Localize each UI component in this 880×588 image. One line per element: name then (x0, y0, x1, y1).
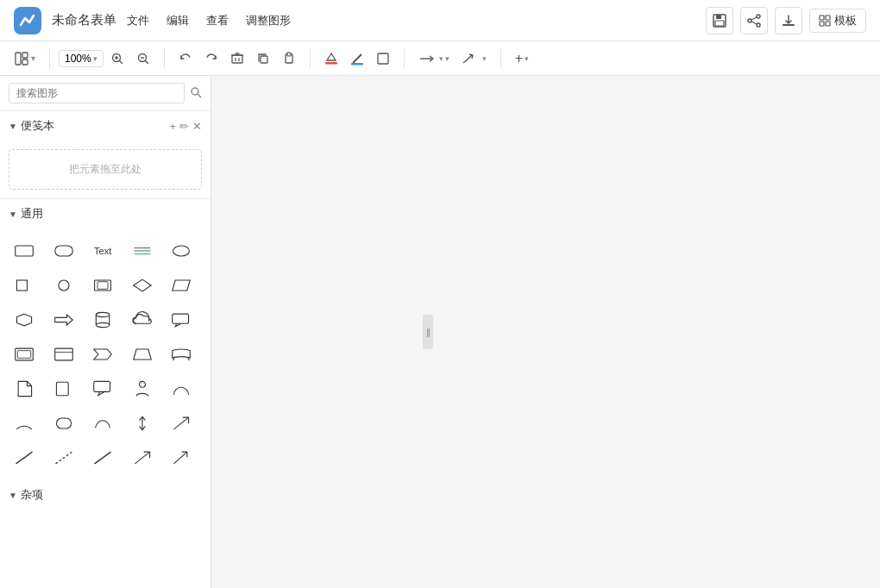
shape-rect-rounded-lg[interactable] (48, 235, 79, 266)
menu-edit[interactable]: 编辑 (167, 9, 189, 32)
shape-parallelogram[interactable] (166, 270, 197, 301)
general-section-header[interactable]: ▼ 通用 (0, 199, 211, 228)
notepad-edit-button[interactable]: ✏ (179, 120, 189, 133)
shape-doc[interactable] (9, 373, 40, 404)
shape-callout-speech[interactable] (166, 304, 197, 335)
shape-rect-note[interactable] (48, 373, 79, 404)
menu-view[interactable]: 查看 (206, 9, 229, 32)
shape-square[interactable] (9, 270, 40, 301)
connector-group: ▾ ▾ ▾ (413, 47, 492, 71)
line-color-button[interactable] (345, 47, 369, 71)
shape-line-dashed[interactable] (48, 442, 79, 473)
shape-line-diag2[interactable] (127, 442, 158, 473)
shape-lines[interactable] (127, 235, 158, 266)
svg-rect-44 (16, 280, 27, 291)
svg-line-72 (135, 452, 149, 464)
misc-chevron-icon: ▼ (9, 491, 17, 500)
search-bar (0, 76, 211, 111)
svg-rect-47 (97, 282, 108, 290)
sidebar: ▼ 便笺本 + ✏ ✕ 把元素拖至此处 ▼ 通用 (0, 76, 211, 588)
svg-rect-9 (820, 16, 824, 20)
shape-person[interactable] (127, 373, 158, 404)
format-group (319, 47, 395, 71)
copy-button[interactable] (251, 47, 275, 71)
app-icon (14, 7, 41, 34)
svg-rect-57 (16, 348, 34, 360)
svg-point-3 (757, 15, 760, 18)
save-button[interactable] (706, 7, 733, 34)
shape-rect-round2[interactable] (48, 408, 79, 439)
svg-rect-64 (94, 381, 110, 391)
shape-arrow-double[interactable] (127, 408, 158, 439)
shape-arrow-right[interactable] (48, 304, 79, 335)
shape-trapezoid[interactable] (127, 339, 158, 370)
notepad-label: 便笺本 (21, 118, 54, 134)
sep1 (49, 48, 50, 69)
svg-rect-11 (820, 22, 824, 26)
notepad-drop-zone[interactable]: 把元素拖至此处 (9, 149, 202, 190)
titlebar-right: 模板 (706, 7, 866, 34)
fill-color-button[interactable] (319, 47, 343, 71)
general-title: ▼ 通用 (9, 206, 43, 222)
zoom-in-button[interactable] (105, 47, 129, 71)
svg-point-45 (59, 280, 69, 291)
shape-rect-rounded-sm[interactable] (9, 235, 40, 266)
sep5 (500, 48, 501, 69)
svg-point-52 (96, 312, 109, 316)
notepad-section-header[interactable]: ▼ 便笺本 + ✏ ✕ (0, 111, 211, 141)
shape-arc[interactable] (9, 408, 40, 439)
menu-adjust[interactable]: 调整图形 (246, 9, 291, 32)
share-button[interactable] (740, 7, 768, 34)
shape-line-arrow[interactable] (166, 442, 197, 473)
shape-banner[interactable] (166, 339, 197, 370)
shape-oval[interactable] (166, 235, 197, 266)
svg-line-70 (55, 452, 72, 464)
shape-arrow-single[interactable] (166, 408, 197, 439)
shape-line-diag[interactable] (87, 442, 118, 473)
menu-bar: 文件 编辑 查看 调整图形 (127, 9, 291, 32)
paste-button[interactable] (277, 47, 301, 71)
svg-rect-13 (16, 53, 21, 65)
connector2-button[interactable]: ▾ (456, 47, 492, 71)
search-icon[interactable] (190, 86, 202, 101)
shape-line-solid[interactable] (9, 442, 40, 473)
shape-circle[interactable] (48, 270, 79, 301)
zoom-out-button[interactable] (131, 47, 155, 71)
shape-half-circle[interactable] (166, 373, 197, 404)
menu-file[interactable]: 文件 (127, 9, 149, 32)
shape-rect-group[interactable] (48, 339, 79, 370)
border-button[interactable] (371, 47, 395, 71)
shape-chevron[interactable] (87, 339, 118, 370)
download-button[interactable] (775, 7, 802, 34)
shape-text-label[interactable]: Text (87, 235, 118, 266)
sidebar-collapse-handle[interactable]: ‖ (423, 315, 433, 349)
shape-frame[interactable] (9, 339, 40, 370)
zoom-chevron: ▾ (93, 54, 97, 63)
shape-rect-display[interactable] (87, 270, 118, 301)
add-button[interactable]: + ▾ (510, 47, 534, 71)
notepad-actions: + ✏ ✕ (169, 120, 202, 133)
search-input[interactable] (9, 83, 185, 103)
notepad-close-button[interactable]: ✕ (192, 120, 202, 133)
shape-cloud[interactable] (127, 304, 158, 335)
undo-button[interactable] (173, 47, 198, 71)
svg-rect-12 (826, 22, 830, 26)
shape-hexagon[interactable] (9, 304, 40, 335)
svg-point-43 (173, 246, 190, 256)
shape-diamond[interactable] (127, 270, 158, 301)
misc-section-header[interactable]: ▼ 杂项 (0, 480, 211, 510)
layout-button[interactable]: ▾ (9, 47, 41, 71)
svg-rect-66 (56, 418, 71, 428)
delete-button[interactable] (225, 47, 249, 71)
svg-point-4 (757, 23, 760, 27)
notepad-add-button[interactable]: + (169, 120, 176, 133)
shape-curve[interactable] (87, 408, 118, 439)
zoom-group: 100% ▾ (59, 47, 155, 71)
zoom-display[interactable]: 100% ▾ (59, 50, 104, 67)
shape-callout[interactable] (87, 373, 118, 404)
connector1-button[interactable]: ▾ ▾ (413, 47, 455, 71)
shape-cylinder[interactable] (87, 304, 118, 335)
svg-line-6 (751, 17, 757, 20)
redo-button[interactable] (199, 47, 223, 71)
template-button[interactable]: 模板 (809, 9, 866, 33)
